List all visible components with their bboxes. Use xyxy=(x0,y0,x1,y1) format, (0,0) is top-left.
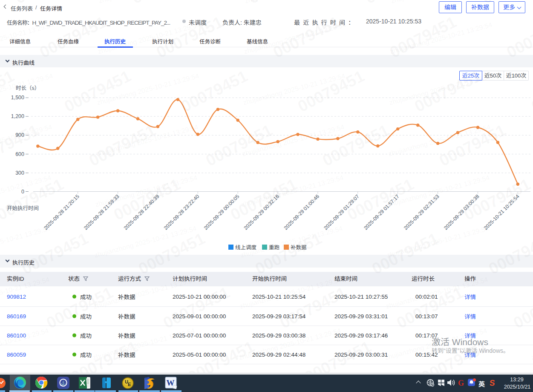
svg-text:S: S xyxy=(490,378,496,387)
svg-text:E: E xyxy=(128,382,131,387)
svg-text:G: G xyxy=(458,379,464,387)
svg-text:⚓: ⚓ xyxy=(61,380,66,386)
